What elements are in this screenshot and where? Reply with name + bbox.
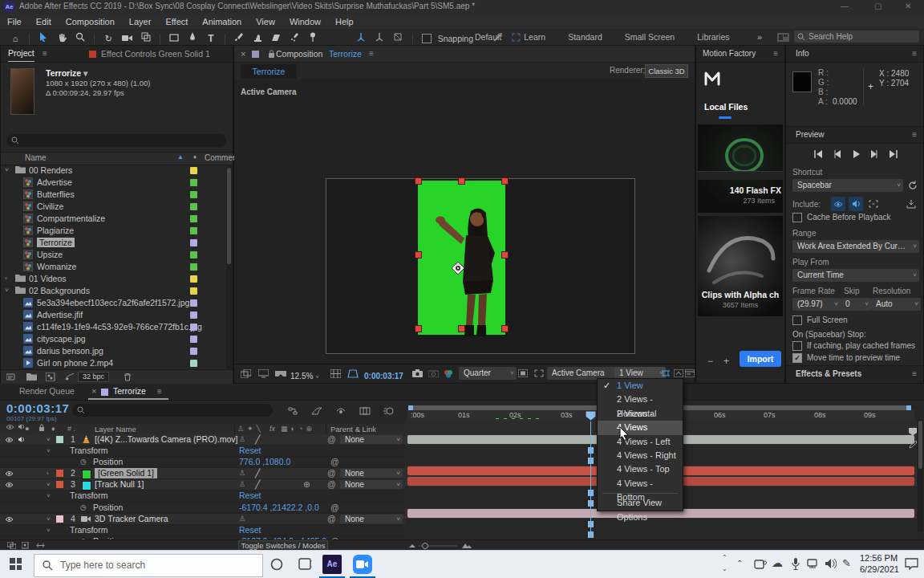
label-color-chip[interactable] xyxy=(190,287,197,295)
import-button[interactable]: Import xyxy=(740,351,781,367)
label-color-chip[interactable] xyxy=(190,336,197,343)
show-channel-icon[interactable] xyxy=(441,366,457,381)
property-value[interactable]: 776.0 ,1080.0 xyxy=(239,457,290,467)
onedrive-tray-icon[interactable]: ☁ xyxy=(772,556,783,569)
label-color-chip[interactable] xyxy=(190,227,197,234)
motion-blur-icon[interactable] xyxy=(381,404,397,418)
tray-scroll-down-icon[interactable]: ⌄ xyxy=(722,565,727,572)
label-color-chip[interactable] xyxy=(190,251,197,258)
tab-timeline-terrorize[interactable]: Terrorize xyxy=(113,384,146,399)
twirl-icon[interactable]: ˅ xyxy=(47,490,51,501)
label-color-chip[interactable] xyxy=(190,348,197,355)
twirl-icon[interactable]: ˅ xyxy=(47,514,51,524)
property-group-name[interactable]: Transform xyxy=(70,490,107,501)
reset-link[interactable]: Reset xyxy=(239,446,261,456)
menu-item-window[interactable]: Window xyxy=(282,14,328,29)
motion-factory-menu-icon[interactable]: ≡ xyxy=(773,46,778,62)
layer-visibility-eye-icon[interactable] xyxy=(5,437,14,443)
3d-gizmo-icon[interactable]: ⊕ xyxy=(303,479,310,490)
close-button[interactable]: ✕ xyxy=(905,2,911,10)
shy-switch-icon[interactable]: ♙ xyxy=(239,514,245,524)
item-name[interactable]: Plagiarize xyxy=(37,226,74,235)
item-name[interactable]: Advertise.jfif xyxy=(37,310,83,320)
selection-handle[interactable] xyxy=(501,177,509,185)
selection-handle[interactable] xyxy=(458,325,465,332)
info-panel-menu-icon[interactable]: ≡ xyxy=(912,46,917,62)
timeline-scrollbar[interactable] xyxy=(918,419,923,531)
full-screen-checkbox[interactable] xyxy=(792,315,802,325)
project-item-row[interactable]: Advertise.jfif xyxy=(1,309,225,321)
twirl-icon[interactable]: ˅ xyxy=(47,479,51,490)
project-item-row[interactable]: darius benson.jpg xyxy=(1,345,225,357)
twirl-icon[interactable]: ˅ xyxy=(5,166,9,173)
label-color-chip[interactable] xyxy=(190,311,197,319)
primary-viewer-icon[interactable] xyxy=(255,366,271,381)
parent-dropdown[interactable]: None xyxy=(340,435,403,444)
local-axis-mode-icon[interactable] xyxy=(353,30,369,44)
workspace-tab-small-screen[interactable]: Small Screen xyxy=(614,29,686,45)
shy-layers-icon[interactable] xyxy=(333,404,349,418)
after-effects-taskbar-button[interactable]: Ae xyxy=(322,555,342,574)
twirl-icon[interactable]: ˅ xyxy=(5,287,9,294)
mask-visibility-icon[interactable] xyxy=(345,366,361,381)
renderer-button[interactable]: Classic 3D xyxy=(645,64,688,78)
resolution-preview-dropdown[interactable]: Auto xyxy=(871,298,921,311)
tray-scroll-up-icon[interactable]: ⌃ xyxy=(722,554,727,561)
always-preview-icon[interactable] xyxy=(237,366,253,381)
project-item-row[interactable]: c114fe19-1fe9-4c53-92e9-766ce772fb1c.jpg xyxy=(1,321,225,333)
range-dropdown[interactable]: Work Area Extended By Current... xyxy=(792,240,919,253)
project-panel-menu-icon[interactable]: ≡ xyxy=(43,46,47,62)
property-name[interactable]: Position xyxy=(93,503,123,513)
item-name[interactable]: Butterflies xyxy=(37,189,75,199)
item-name[interactable]: Compartmentalize xyxy=(37,214,105,223)
view-axis-mode-icon[interactable] xyxy=(390,30,406,44)
project-search-box[interactable] xyxy=(6,134,226,147)
item-name[interactable]: Civilize xyxy=(37,201,63,211)
item-name[interactable]: Upsize xyxy=(37,250,63,259)
parent-pickwhip-icon[interactable]: @ xyxy=(327,479,336,490)
timeline-current-time[interactable]: 0:00:03:17 xyxy=(6,401,69,415)
task-view-icon[interactable] xyxy=(298,558,312,571)
twirl-icon[interactable]: ˅ xyxy=(47,446,51,456)
brush-tool-icon[interactable] xyxy=(231,30,247,44)
hidden-icons-chevron[interactable]: ⌃ xyxy=(736,559,743,568)
menu-item-animation[interactable]: Animation xyxy=(195,14,249,29)
pan-behind-tool-icon[interactable] xyxy=(138,30,154,44)
workspace-switcher-icon[interactable] xyxy=(775,30,791,44)
parent-pickwhip-icon[interactable]: @ xyxy=(327,514,336,524)
twirl-icon[interactable]: ˅ xyxy=(47,525,51,535)
pen-tool-icon[interactable] xyxy=(184,30,201,44)
project-item-row[interactable]: Civilize xyxy=(1,201,225,213)
move-time-checkbox[interactable]: ✓ xyxy=(792,353,802,363)
project-item-row[interactable]: Terrorize xyxy=(1,237,225,249)
tab-effect-controls[interactable]: Effect Controls Green Solid 1 xyxy=(101,46,210,62)
play-button[interactable] xyxy=(849,147,865,161)
expand-modes-icon[interactable] xyxy=(18,540,34,550)
next-frame-button[interactable] xyxy=(866,147,882,161)
last-frame-button[interactable] xyxy=(886,147,902,161)
item-name[interactable]: Advertise xyxy=(37,177,72,187)
menu-item-effect[interactable]: Effect xyxy=(158,14,195,29)
context-menu-item[interactable]: Share View Options xyxy=(598,496,683,510)
layer-name[interactable]: 3D Tracker Camera xyxy=(95,514,168,524)
new-folder-icon[interactable] xyxy=(23,370,39,383)
item-name[interactable]: 01 Videos xyxy=(29,274,67,283)
timeline-button-icon[interactable] xyxy=(682,366,698,381)
transparency-grid-icon[interactable] xyxy=(531,366,547,381)
project-item-row[interactable]: 5e3a394ebecf103ecc7a2f6afe2f1572.jpg xyxy=(1,297,225,309)
zoom-in-button[interactable]: + xyxy=(723,356,729,367)
cortana-icon[interactable] xyxy=(270,557,284,572)
project-item-row[interactable]: Girl on phone 2.mp4 xyxy=(1,357,225,369)
quality-switch-icon[interactable]: ╱ xyxy=(255,479,260,490)
label-color-chip[interactable] xyxy=(190,263,197,271)
camera-tool-icon[interactable] xyxy=(120,31,136,45)
timeline-property-row[interactable]: ˅TransformReset xyxy=(0,525,405,536)
timeline-property-row[interactable]: ◷Position776.0 ,1080.0@ xyxy=(0,457,405,468)
selection-handle[interactable] xyxy=(415,177,422,185)
project-item-row[interactable]: Upsize xyxy=(1,249,225,261)
project-item-row[interactable]: Compartmentalize xyxy=(1,213,225,225)
item-name[interactable]: Womanize xyxy=(37,262,76,271)
parent-dropdown[interactable]: None xyxy=(340,480,403,489)
workspace-tab-default[interactable]: Default xyxy=(464,29,513,45)
layer-name[interactable]: [Green Solid 1] xyxy=(95,468,157,478)
